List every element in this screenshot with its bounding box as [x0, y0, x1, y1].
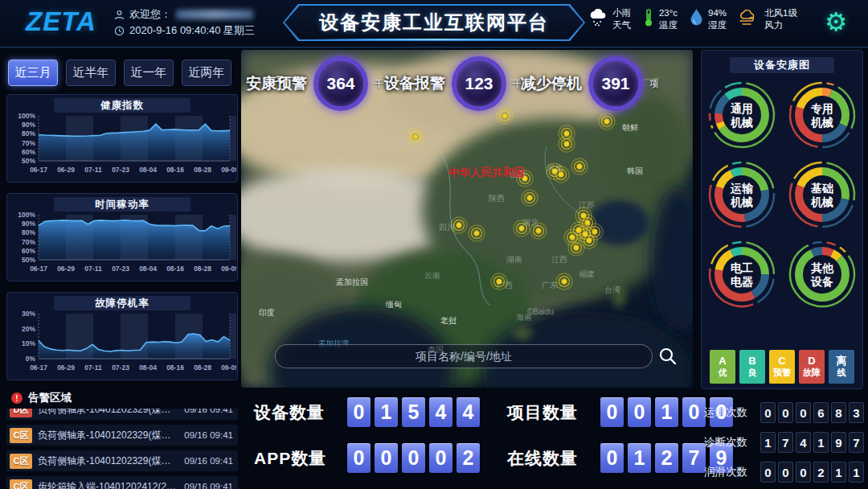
alert-text: 负荷侧轴承-10401202329(煤气引风机电... [38, 429, 178, 442]
settings-gear-icon[interactable]: ⚙ [825, 7, 847, 38]
digit-box: 0 [600, 443, 624, 473]
svg-text:通用: 通用 [731, 102, 753, 115]
zone-badge: C区 [10, 428, 32, 443]
svg-text:09-09: 09-09 [221, 166, 236, 174]
gauge-电工电器[interactable]: 电工电器 [705, 237, 779, 311]
wind-cloud-icon [739, 10, 760, 29]
svg-text:08-28: 08-28 [194, 265, 211, 273]
alert-time: 09/16 09:41 [184, 482, 233, 489]
map-label-四川: 四川 [439, 223, 455, 232]
digit-box: 0 [347, 397, 371, 427]
alert-row[interactable]: C区负荷侧轴承-10401202329(煤气引风机电...09/16 09:41 [6, 425, 238, 446]
china-map[interactable]: 朝鲜韩国孟加拉国印度缅甸老挝泰国陕西山西河北江苏四川湖北湖南江西云南广西广东福建… [241, 50, 693, 388]
ops-counter-诊断次数: 诊断次数174197 [704, 432, 864, 453]
map-marker[interactable] [581, 232, 597, 249]
digit-box: 2 [457, 443, 480, 473]
map-label-福建: 福建 [579, 269, 595, 278]
legend-grade: 离 [837, 355, 847, 368]
svg-text:70%: 70% [22, 238, 35, 246]
ops-digit-box: 9 [831, 432, 846, 453]
gauge-基础机械[interactable]: 基础机械 [785, 158, 859, 232]
gauge-运输机械[interactable]: 运输机械 [705, 158, 779, 232]
counter-label-APP数量: APP数量 [254, 447, 347, 470]
svg-text:70%: 70% [22, 139, 35, 147]
map-marker[interactable] [522, 190, 538, 206]
ops-digit-box: 8 [831, 402, 846, 423]
svg-text:90%: 90% [22, 220, 35, 228]
stat-ring-value: 364 [313, 56, 368, 111]
legend-grade: C [778, 355, 785, 368]
header: ZETA 欢迎您： 2020-9-16 09:40:40 星期三 设备安康 [0, 0, 868, 47]
map-marker[interactable] [407, 129, 424, 145]
ops-digit-box: 0 [760, 462, 776, 483]
svg-text:100%: 100% [18, 212, 35, 219]
map-label-河北: 河北 [547, 163, 563, 172]
counter-row-2: APP数量00002在线数量01279 [254, 443, 760, 473]
counter-label-项目数量: 项目数量 [507, 401, 600, 424]
map-marker[interactable] [587, 224, 603, 240]
alert-time: 09/16 09:41 [184, 430, 233, 440]
svg-text:基础: 基础 [810, 182, 833, 195]
user-icon [114, 10, 125, 20]
ops-label: 润滑次数 [704, 465, 754, 479]
svg-text:07-11: 07-11 [84, 364, 102, 372]
digit-box: 4 [429, 397, 452, 427]
project-search [275, 344, 653, 368]
weather-item-风力: 北风1级风力 [739, 7, 797, 31]
title-underline-deco [313, 39, 555, 40]
map-marker[interactable] [497, 108, 513, 124]
map-label-云南: 云南 [424, 271, 440, 280]
chart-panel-时间稼动率: 时间稼动率100%90%80%70%60%50%06-1706-2907-110… [6, 193, 238, 281]
legend-label: 故障 [803, 368, 821, 379]
chart-plot: 30%20%10%0%06-1706-2907-1107-2308-0408-1… [8, 310, 236, 378]
map-marker[interactable] [556, 273, 572, 290]
svg-text:20%: 20% [22, 325, 35, 333]
map-marker[interactable] [599, 113, 615, 129]
alert-section-title: 告警区域 [28, 391, 72, 405]
weather-value: 北风1级 [764, 7, 797, 19]
svg-text:09-09: 09-09 [221, 265, 236, 273]
ops-digit-box: 3 [849, 402, 864, 423]
counter-label-设备数量: 设备数量 [254, 401, 347, 424]
digit-box: 1 [375, 397, 398, 427]
digit-box: 1 [628, 443, 651, 473]
svg-text:机械: 机械 [810, 195, 833, 208]
ops-digit-group: 000211 [760, 462, 864, 483]
project-search-input[interactable] [275, 344, 653, 368]
map-marker[interactable] [469, 225, 485, 241]
ops-digit-box: 1 [760, 432, 776, 453]
alert-row[interactable]: C区负荷侧轴承-10401202329(煤气引风机电...09/16 09:41 [6, 450, 238, 471]
search-icon[interactable] [657, 346, 678, 367]
map-marker[interactable] [559, 136, 575, 152]
chart-plot: 100%90%80%70%60%50%06-1706-2907-1107-230… [8, 113, 236, 180]
tab-近半年[interactable]: 近半年 [66, 60, 116, 86]
legend-label: 线 [837, 368, 846, 379]
svg-text:07-11: 07-11 [84, 166, 102, 174]
digit-box: 0 [402, 443, 425, 473]
svg-text:06-17: 06-17 [30, 364, 47, 372]
svg-text:08-16: 08-16 [166, 166, 184, 174]
legend-grade: D [808, 355, 815, 368]
gauge-通用机械[interactable]: 通用机械 [705, 78, 779, 152]
svg-text:设备: 设备 [810, 275, 833, 288]
alert-row[interactable]: D区负荷侧轴承-10401202329(煤气引风机电...09/16 09:41 [6, 409, 238, 420]
map-marker[interactable] [568, 240, 584, 256]
alert-text: 负荷侧轴承-10401202329(煤气引风机电... [38, 409, 178, 417]
zeta-logo: ZETA [26, 6, 96, 37]
map-marker[interactable] [571, 158, 588, 175]
tab-近两年[interactable]: 近两年 [182, 60, 231, 86]
tab-近一年[interactable]: 近一年 [124, 60, 174, 86]
alert-list: D区负荷侧轴承-10401202329(煤气引风机电...09/16 09:41… [6, 409, 238, 489]
chart-title: 时间稼动率 [54, 197, 190, 212]
weather-item-天气: 小雨天气 [588, 7, 631, 31]
tab-近三月[interactable]: 近三月 [8, 60, 58, 86]
svg-text:60%: 60% [22, 247, 35, 255]
digit-box: 7 [682, 443, 706, 473]
svg-text:电器: 电器 [731, 275, 754, 288]
digit-box: 1 [655, 397, 678, 427]
gauge-专用机械[interactable]: 专用机械 [785, 78, 859, 152]
weather-value: 23°c [659, 7, 678, 19]
gauge-其他设备[interactable]: 其他设备 [785, 237, 859, 311]
ops-digit-box: 7 [849, 432, 864, 453]
alert-row[interactable]: C区齿轮箱输入端-10401202412(2#（2V）...09/16 09:4… [6, 476, 238, 489]
